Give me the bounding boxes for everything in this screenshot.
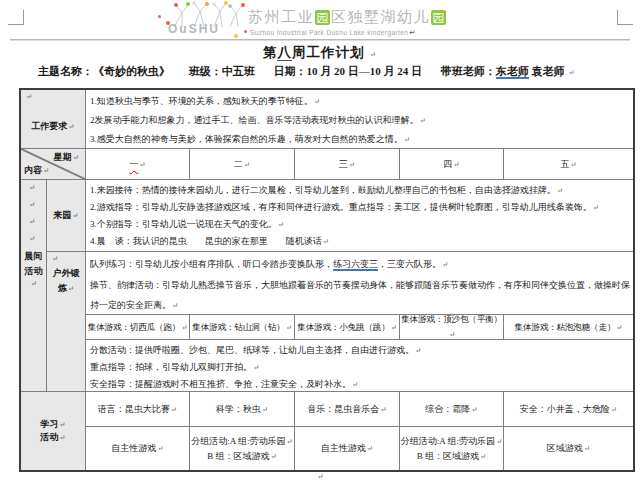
diagonal-top-label: 星期 (54, 151, 79, 164)
requirement-item: 3.感受大自然的神奇与美妙，体验探索自然的乐趣，萌发对大自然的热爱之情。 (90, 130, 630, 149)
morning-label-line1: 晨间 (21, 250, 46, 265)
requirement-item: 2发展动手能力和想象力，通过手工、绘画、音乐等活动表现对秋虫的认识和理解。 (90, 111, 630, 130)
margin-crop-mark-right (617, 10, 633, 25)
learning-game-monday: 自主性游戏 (86, 427, 190, 470)
learning-game-tuesday: 分组活动:A 组:劳动乐园 B 组：区域游戏 (190, 427, 295, 470)
teacher-label: 带班老师： (441, 65, 496, 77)
page-title: 第八周工作计划 (0, 44, 640, 62)
requirement-item: 1.知道秋虫与季节、环境的关系，感知秋天的季节特征。 (90, 92, 630, 111)
learning-activity-label-cell: 学习 活动 (21, 392, 86, 470)
title-underlined-char: 八 (277, 45, 292, 61)
arrival-content: 1.来园接待：热情的接待来园幼儿，进行二次晨检，引导幼儿签到，鼓励幼儿整理自己的… (86, 180, 633, 252)
group-game-thursday: 集体游戏：顶沙包（平衡） (400, 315, 504, 340)
logo-subtitle-en: Suzhou Industrial Park Dushu Lake kinder… (250, 28, 416, 37)
theme-label: 主题名称： (38, 65, 93, 77)
arrival-item: 2.游戏指导：引导幼儿安静选择游戏区域，有序和同伴进行游戏。重点指导：美工区，提… (90, 199, 630, 216)
teacher-1: 东老师 (496, 65, 529, 79)
outdoor-drill-content: 队列练习：引导幼儿按小组有序排队，听口令踏步变换队形，练习六变三，三变六队形。 … (86, 252, 633, 315)
date-value: 10 月 20 日—10 月 24 日 (307, 65, 423, 77)
meta-line: 主题名称：《奇妙的秋虫》 班级：中五班 日期：10 月 20 日—10 月 24… (38, 64, 632, 79)
day-header-wednesday: 三 (295, 149, 400, 180)
learning-game-thursday: 分组活动:A 组:劳动乐园 B 组：区域游戏 (400, 427, 504, 470)
week-content-diagonal-cell: 星期 内容 (21, 149, 86, 180)
subject-friday: 安全：小井盖，大危险 (504, 392, 633, 427)
class-value: 中五班 (222, 65, 255, 77)
teacher-2: 袁老师 (532, 65, 565, 77)
paragraph-mark (21, 233, 35, 250)
logo-cn: 苏州工业园区独墅湖幼儿园 (248, 8, 447, 27)
rhythm-text: 操节、韵律活动：引导幼儿熟悉操节音乐，大胆地跟着音乐的节奏摆动身体，能够跟随音乐… (90, 275, 630, 315)
group-game-friday: 集体游戏：粘泡泡糖（走） (504, 315, 633, 340)
group-game-monday: 集体游戏：切西瓜（跑） (86, 315, 190, 340)
arrival-item: 1.来园接待：热情的接待来园幼儿，进行二次晨检，引导幼儿签到，鼓励幼儿整理自己的… (90, 182, 630, 199)
scatter-item: 分散活动：提供呼啦圈、沙包、尾巴、纸球等，让幼儿自主选择，自由进行游戏。 (90, 342, 630, 359)
paragraph-mark (21, 90, 32, 104)
drill-text-post: ，三变六队形。 (378, 259, 448, 269)
drill-text-underlined: 练习六变三 (333, 259, 378, 271)
paragraph-mark (21, 216, 35, 233)
kindergarten-logo: OuSHU 苏州工业园区独墅湖幼儿园 Suzhou Industrial Par… (158, 1, 488, 39)
subject-monday: 语言：昆虫大比赛 (86, 392, 190, 427)
arrival-label-cell: 来园 (47, 180, 86, 252)
paragraph-mark (21, 199, 35, 216)
day-header-monday: 一 (86, 149, 190, 180)
scatter-item: 重点指导：拍球，引导幼儿双脚打开拍。 (90, 359, 630, 376)
morning-activity-label-cell: 晨间 活动 (21, 180, 47, 392)
paragraph-mark (0, 471, 640, 480)
work-requirements-content: 1.知道秋虫与季节、环境的关系，感知秋天的季节特征。 2发展动手能力和想象力，通… (86, 90, 633, 149)
outdoor-label-line1: 户外锻 (47, 266, 85, 281)
paragraph-mark (21, 182, 35, 199)
subject-wednesday: 音乐：昆虫音乐会 (295, 392, 400, 427)
arrival-item: 4.晨 谈：我认识的昆虫 昆虫的家在那里 随机谈话 (90, 233, 630, 250)
header-rule (10, 39, 630, 41)
decor-dot-yellow (234, 34, 238, 38)
outdoor-label-line2: 炼 (47, 281, 85, 296)
group-game-wednesday: 集体游戏：小兔跳（跳） (295, 315, 400, 340)
decor-dot-red-2 (158, 15, 161, 18)
morning-label-line2: 活动 (21, 265, 46, 280)
decor-dot-red (244, 30, 247, 33)
subject-tuesday: 科学：秋虫 (190, 392, 295, 427)
class-label: 班级： (189, 65, 222, 77)
document-page: OuSHU 苏州工业园区独墅湖幼儿园 Suzhou Industrial Par… (0, 0, 640, 480)
outdoor-exercise-label-cell: 户外锻 炼 (47, 252, 86, 392)
date-label: 日期： (274, 65, 307, 77)
subject-thursday: 综合：霜降 (400, 392, 504, 427)
scatter-activity-content: 分散活动：提供呼啦圈、沙包、尾巴、纸球等，让幼儿自主选择，自由进行游戏。 重点指… (86, 340, 633, 392)
theme-value: 《奇妙的秋虫》 (93, 65, 170, 77)
arrival-item: 3.个别指导：引导幼儿说一说现在天气的变化。 (90, 216, 630, 233)
work-requirements-label-cell: 工作要求 (21, 90, 86, 149)
work-requirements-label: 工作要求 (31, 120, 74, 133)
weekly-plan-table: 工作要求 1.知道秋虫与季节、环境的关系，感知秋天的季节特征。 2发展动手能力和… (19, 88, 635, 472)
diagonal-bottom-label: 内容 (24, 164, 49, 177)
learning-label-line2: 活动 (40, 431, 65, 444)
drill-text-pre: 队列练习：引导幼儿按小组有序排队，听口令踏步变换队形， (90, 259, 333, 269)
day-header-friday: 五 (504, 149, 633, 180)
day-header-thursday: 四 (400, 149, 504, 180)
paragraph-mark (47, 252, 58, 266)
day-header-tuesday: 二 (190, 149, 295, 180)
learning-label-line1: 学习 (40, 418, 65, 431)
logo-brand-text: OuSHU (168, 22, 220, 36)
scatter-item: 安全指导：提醒游戏时不相互推挤、争抢，注意安全，及时补水。 (90, 376, 630, 392)
group-game-tuesday: 集体游戏：钻山洞（钻） (190, 315, 295, 340)
learning-game-wednesday: 自主性游戏 (295, 427, 400, 470)
margin-crop-mark-left (8, 10, 24, 25)
learning-game-friday: 区域游戏 (504, 427, 633, 470)
